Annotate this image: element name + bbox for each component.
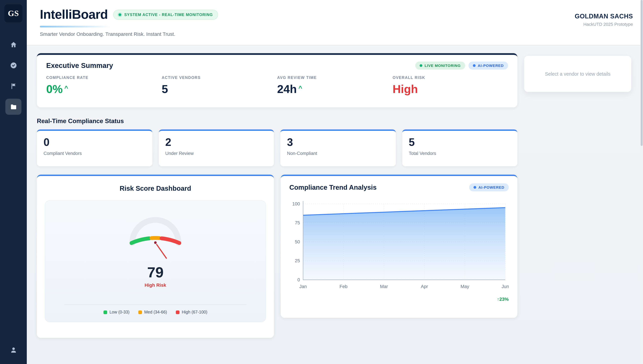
stat-label: Total Vendors [409, 151, 511, 156]
stat-value: 5 [409, 136, 511, 148]
sidebar-item-home[interactable] [5, 36, 22, 52]
ai-powered-badge: AI-POWERED [469, 183, 509, 191]
metric-label: OVERALL RISK [393, 76, 508, 80]
system-status-label: SYSTEM ACTIVE - REAL-TIME MONITORING [124, 12, 213, 16]
live-dot-icon [420, 64, 422, 67]
executive-summary-card: Executive Summary LIVE MONITORING AI-POW… [37, 53, 517, 108]
sidebar-item-profile[interactable] [5, 342, 22, 358]
stat-card-under-review[interactable]: 2 Under Review [159, 130, 274, 166]
gauge-pivot [154, 241, 157, 244]
system-status-badge: SYSTEM ACTIVE - REAL-TIME MONITORING [113, 10, 218, 20]
trend-up-icon: ^ [298, 85, 302, 92]
sidebar-nav [5, 36, 22, 115]
metric-avg-review-time: AVG REVIEW TIME 24h^ [277, 76, 393, 96]
sidebar-item-compliance[interactable] [5, 57, 22, 73]
trend-area-chart: 0255075100JanFebMarAprMayJun [289, 195, 509, 295]
gauge-needle [155, 243, 166, 258]
metric-compliance-rate: COMPLIANCE RATE 0%^ [46, 76, 162, 96]
page-title: IntelliBoard [40, 7, 108, 22]
ai-dot-icon [473, 186, 476, 189]
flag-icon [10, 82, 17, 90]
ai-dot-icon [473, 64, 475, 67]
metric-label: ACTIVE VENDORS [162, 76, 277, 80]
stat-value: 0 [44, 136, 146, 148]
gs-logo: GS [4, 4, 23, 22]
stat-value: 3 [287, 136, 389, 148]
brand-name: GOLDMAN SACHS [575, 13, 633, 20]
risk-score-title: Risk Score Dashboard [45, 185, 266, 192]
check-circle-icon [10, 62, 17, 69]
svg-text:100: 100 [292, 201, 300, 206]
metric-active-vendors: ACTIVE VENDORS 5 [162, 76, 277, 96]
metric-value: 0%^ [46, 83, 162, 96]
svg-text:75: 75 [295, 220, 300, 225]
tagline: Smarter Vendor Onboarding. Transparent R… [40, 31, 175, 37]
compliance-trend-title: Compliance Trend Analysis [289, 184, 377, 191]
vendor-details-panel: Select a vendor to view details [524, 56, 631, 92]
compliance-status-cards: 0 Compliant Vendors 2 Under Review 3 Non… [37, 130, 517, 166]
svg-text:0: 0 [297, 277, 300, 282]
legend-swatch-low [104, 310, 107, 314]
ai-powered-badge: AI-POWERED [468, 62, 508, 70]
stat-card-compliant[interactable]: 0 Compliant Vendors [37, 130, 152, 166]
sidebar-item-flags[interactable] [5, 78, 22, 94]
folder-icon [10, 103, 17, 110]
gauge-panel: 79 High Risk Low (0-33) [45, 200, 266, 322]
trend-up-icon: ^ [64, 85, 68, 92]
metric-value: High [393, 83, 508, 96]
svg-text:25: 25 [295, 258, 300, 263]
metric-overall-risk: OVERALL RISK High [393, 76, 508, 96]
section-title-compliance-status: Real-Time Compliance Status [37, 118, 517, 125]
svg-text:Mar: Mar [380, 284, 388, 289]
sidebar: GS [0, 0, 27, 364]
main-column: Executive Summary LIVE MONITORING AI-POW… [37, 53, 517, 338]
svg-text:Jun: Jun [501, 284, 509, 289]
user-icon [10, 346, 17, 354]
gauge-legend: Low (0-33) Med (34-66) High (67-100) [52, 310, 259, 314]
executive-summary-title: Executive Summary [46, 62, 113, 70]
brand-subtitle: HackUTD 2025 Prototype [575, 22, 633, 27]
svg-text:May: May [460, 284, 469, 289]
status-dot-icon [119, 13, 121, 16]
stat-card-total-vendors[interactable]: 5 Total Vendors [402, 130, 517, 166]
risk-level-label: High Risk [145, 282, 166, 288]
home-icon [10, 41, 17, 48]
legend-divider [64, 304, 246, 305]
trend-change-label: ↑23% [289, 296, 509, 302]
stat-label: Under Review [165, 151, 267, 156]
right-column: Select a vendor to view details [524, 56, 631, 92]
legend-item-high: High (67-100) [176, 310, 207, 314]
main-content: Executive Summary LIVE MONITORING AI-POW… [27, 45, 643, 364]
legend-label: High (67-100) [182, 310, 207, 314]
ai-powered-label: AI-POWERED [478, 64, 504, 68]
brand-block: GOLDMAN SACHS HackUTD 2025 Prototype [575, 13, 633, 27]
legend-item-med: Med (34-66) [138, 310, 167, 314]
risk-score-value: 79 [147, 265, 164, 280]
title-underline [40, 26, 111, 28]
compliance-trend-card: Compliance Trend Analysis AI-POWERED 025… [281, 175, 517, 318]
stat-label: Compliant Vendors [44, 151, 146, 156]
svg-text:Feb: Feb [340, 284, 348, 289]
metric-label: COMPLIANCE RATE [46, 76, 162, 80]
legend-swatch-high [176, 310, 179, 314]
metric-value: 24h^ [277, 83, 393, 96]
ai-powered-label: AI-POWERED [478, 185, 504, 189]
metric-label: AVG REVIEW TIME [277, 76, 393, 80]
trend-chart: 0255075100JanFebMarAprMayJun [289, 195, 509, 295]
gauge-segment-med [152, 238, 159, 238]
stat-value: 2 [165, 136, 267, 148]
live-monitoring-label: LIVE MONITORING [425, 64, 461, 68]
svg-text:50: 50 [295, 239, 300, 244]
risk-gauge [117, 212, 194, 262]
scrollbar-thumb[interactable] [641, 0, 643, 146]
stat-card-non-compliant[interactable]: 3 Non-Compliant [280, 130, 396, 166]
scrollbar-track[interactable] [640, 0, 643, 364]
live-monitoring-badge: LIVE MONITORING [415, 62, 465, 70]
stat-label: Non-Compliant [287, 151, 389, 156]
risk-score-card: Risk Score Dashboard 79 [37, 175, 274, 338]
vendor-placeholder-text: Select a vendor to view details [545, 71, 610, 76]
sidebar-item-vendors[interactable] [5, 99, 22, 115]
svg-text:Apr: Apr [421, 284, 428, 289]
legend-swatch-med [138, 310, 142, 314]
legend-label: Low (0-33) [110, 310, 130, 314]
